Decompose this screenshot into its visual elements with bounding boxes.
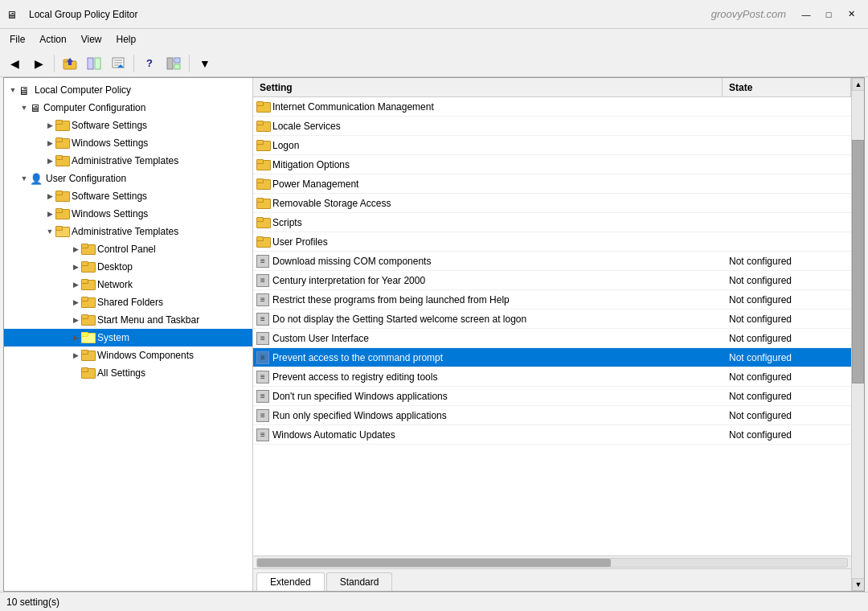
- tree-item-windows-components[interactable]: ▶ Windows Components: [4, 347, 252, 364]
- list-item[interactable]: Windows Automatic Updates Not configured: [253, 425, 851, 445]
- tree-toggle-desktop[interactable]: ▶: [70, 261, 81, 273]
- tab-extended[interactable]: Extended: [256, 572, 325, 591]
- tree-pane: ▼ 🖥 Local Computer Policy ▼ 🖥 Computer C…: [4, 78, 253, 591]
- tree-toggle-computer-config[interactable]: ▼: [18, 102, 30, 113]
- folder-icon-desktop: [81, 261, 94, 273]
- list-item[interactable]: Removable Storage Access: [253, 194, 851, 213]
- state-cell: Not configured: [723, 410, 851, 421]
- console-tree-icon: [87, 57, 101, 70]
- tree-item-software-settings-cc[interactable]: ▶ Software Settings: [4, 117, 252, 134]
- tree-item-network[interactable]: ▶ Network: [4, 276, 252, 293]
- export-button[interactable]: [107, 53, 129, 74]
- console-tree-button[interactable]: [83, 53, 105, 74]
- vscrollbar-down-button[interactable]: ▼: [852, 578, 864, 591]
- row-folder-icon: [256, 140, 269, 151]
- list-item-selected[interactable]: Prevent access to the command prompt Not…: [253, 348, 851, 367]
- policy-item-icon: [256, 409, 269, 422]
- toolbar-separator-1: [54, 55, 55, 72]
- setting-label: Do not display the Getting Started welco…: [272, 314, 526, 325]
- vscrollbar-up-button[interactable]: ▲: [852, 78, 864, 91]
- export-icon: [111, 57, 125, 70]
- menu-action[interactable]: Action: [33, 32, 72, 47]
- right-pane-wrapper: Setting State Internet Communication Man…: [253, 78, 864, 591]
- vscrollbar-track[interactable]: [852, 91, 864, 578]
- tree-item-user-config[interactable]: ▼ 👤 User Configuration: [4, 170, 252, 187]
- tree-toggle-admin-cc[interactable]: ▶: [44, 155, 55, 166]
- list-item[interactable]: Do not display the Getting Started welco…: [253, 310, 851, 329]
- tree-toggle-root[interactable]: ▼: [7, 84, 18, 96]
- tree-item-desktop[interactable]: ▶ Desktop: [4, 258, 252, 276]
- menu-help[interactable]: Help: [110, 32, 143, 47]
- list-item[interactable]: Power Management: [253, 174, 851, 194]
- help-button[interactable]: ?: [138, 53, 161, 74]
- menu-view[interactable]: View: [75, 32, 108, 47]
- up-level-button[interactable]: [59, 53, 81, 74]
- filter-button[interactable]: ▼: [194, 53, 216, 74]
- tree-item-software-settings-uc[interactable]: ▶ Software Settings: [4, 187, 252, 205]
- tree-item-all-settings[interactable]: All Settings: [4, 364, 252, 382]
- setting-label: Download missing COM components: [272, 256, 431, 267]
- tree-label-all-settings: All Settings: [97, 367, 145, 379]
- tree-toggle-software-cc[interactable]: ▶: [44, 120, 55, 131]
- tab-standard[interactable]: Standard: [326, 572, 393, 591]
- setting-cell: Windows Automatic Updates: [253, 429, 723, 441]
- tree-toggle-shared[interactable]: ▶: [70, 297, 81, 308]
- row-folder-icon: [256, 101, 269, 113]
- minimize-button[interactable]: —: [796, 6, 817, 23]
- menu-file[interactable]: File: [3, 32, 31, 47]
- tree-toggle-system[interactable]: ▶: [70, 332, 81, 343]
- back-button[interactable]: ◀: [3, 53, 26, 74]
- tree-toggle-admin-uc[interactable]: ▼: [44, 226, 55, 237]
- list-item[interactable]: Mitigation Options: [253, 155, 851, 174]
- tree-item-start-menu[interactable]: ▶ Start Menu and Taskbar: [4, 311, 252, 329]
- column-header-setting[interactable]: Setting: [253, 78, 723, 96]
- tree-toggle-user-config[interactable]: ▼: [18, 173, 30, 184]
- tree-item-computer-config[interactable]: ▼ 🖥 Computer Configuration: [4, 99, 252, 117]
- maximize-button[interactable]: □: [818, 6, 839, 23]
- tree-item-control-panel[interactable]: ▶ Control Panel: [4, 240, 252, 258]
- policy-item-icon-selected: [256, 351, 269, 364]
- list-item[interactable]: Internet Communication Management: [253, 97, 851, 117]
- list-item[interactable]: Prevent access to registry editing tools…: [253, 367, 851, 387]
- folder-icon-start-menu: [81, 314, 94, 326]
- list-item[interactable]: User Profiles: [253, 232, 851, 252]
- extended-view-icon: [166, 57, 181, 70]
- tree-toggle-start-menu[interactable]: ▶: [70, 314, 81, 326]
- tree-toggle-windows-cc[interactable]: ▶: [44, 137, 55, 149]
- policy-item-icon: [256, 429, 269, 441]
- close-button[interactable]: ✕: [841, 6, 862, 23]
- tree-toggle-control-panel[interactable]: ▶: [70, 244, 81, 255]
- list-item[interactable]: Scripts: [253, 213, 851, 232]
- tree-item-windows-settings-uc[interactable]: ▶ Windows Settings: [4, 205, 252, 223]
- folder-icon-shared: [81, 297, 94, 308]
- folder-icon-system: [81, 332, 94, 343]
- scrollbar-thumb[interactable]: [257, 559, 611, 567]
- list-item[interactable]: Don't run specified Windows applications…: [253, 387, 851, 406]
- vscrollbar-thumb[interactable]: [852, 140, 864, 383]
- list-item[interactable]: Run only specified Windows applications …: [253, 406, 851, 425]
- list-item[interactable]: Download missing COM components Not conf…: [253, 252, 851, 271]
- tree-toggle-software-uc[interactable]: ▶: [44, 191, 55, 202]
- forward-button[interactable]: ▶: [27, 53, 50, 74]
- tree-item-shared-folders[interactable]: ▶ Shared Folders: [4, 293, 252, 311]
- list-item[interactable]: Restrict these programs from being launc…: [253, 290, 851, 310]
- tree-item-root[interactable]: ▼ 🖥 Local Computer Policy: [4, 81, 252, 99]
- vertical-scrollbar[interactable]: ▲ ▼: [851, 78, 864, 591]
- scrollbar-track[interactable]: [256, 558, 848, 568]
- tree-item-system[interactable]: ▶ System: [4, 329, 252, 347]
- tree-item-admin-templates-cc[interactable]: ▶ Administrative Templates: [4, 152, 252, 170]
- horizontal-scrollbar[interactable]: [253, 556, 851, 568]
- setting-label: Mitigation Options: [272, 159, 350, 170]
- list-item[interactable]: Custom User Interface Not configured: [253, 329, 851, 348]
- tree-toggle-win-components[interactable]: ▶: [70, 350, 81, 361]
- tree-item-windows-settings-cc[interactable]: ▶ Windows Settings: [4, 134, 252, 152]
- extended-view-button[interactable]: [162, 53, 185, 74]
- tree-toggle-network[interactable]: ▶: [70, 279, 81, 290]
- list-item[interactable]: Century interpretation for Year 2000 Not…: [253, 271, 851, 290]
- tree-toggle-windows-uc[interactable]: ▶: [44, 208, 55, 219]
- folder-icon-software-cc: [55, 120, 68, 131]
- tree-item-admin-templates-uc[interactable]: ▼ Administrative Templates: [4, 223, 252, 240]
- column-header-state[interactable]: State: [723, 78, 851, 96]
- list-item[interactable]: Logon: [253, 136, 851, 155]
- list-item[interactable]: Locale Services: [253, 117, 851, 136]
